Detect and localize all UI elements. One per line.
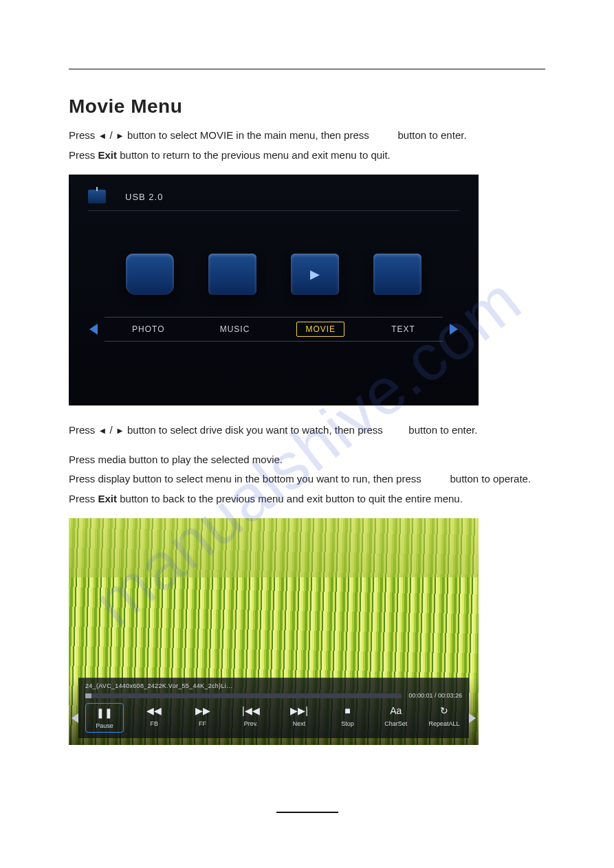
- photo-icon[interactable]: [126, 254, 174, 295]
- screenshot-player: 24_(AVC_1440x608_2422K.Vor_55_44K_2ch)Li…: [69, 518, 479, 745]
- player-charset-button[interactable]: AaCharSet: [378, 703, 414, 727]
- fb-icon: ◀◀: [142, 703, 166, 718]
- player-next-button[interactable]: ▶▶|Next: [281, 703, 317, 727]
- next-label: Next: [293, 720, 306, 727]
- instruction-3: Press media button to play the selected …: [69, 450, 545, 509]
- prev-icon: |◀◀: [239, 703, 263, 718]
- playback-time: 00:00:01 / 00:03:26: [408, 692, 462, 699]
- player-ff-button[interactable]: ▶▶FF: [185, 703, 221, 727]
- player-stop-button[interactable]: ■Stop: [329, 703, 365, 727]
- charset-label: CharSet: [384, 720, 407, 727]
- stop-label: Stop: [341, 720, 354, 727]
- usb-icon: [88, 190, 106, 203]
- category-photo[interactable]: PHOTO: [124, 322, 173, 336]
- player-filename: 24_(AVC_1440x608_2422K.Vor_55_44K_2ch)Li…: [85, 682, 462, 689]
- ff-label: FF: [199, 720, 206, 727]
- charset-icon: Aa: [384, 703, 408, 718]
- movie-icon[interactable]: [291, 254, 339, 295]
- repeatall-icon: ↻: [432, 703, 456, 718]
- left-arrow-glyph: ◄: [98, 131, 107, 141]
- player-osd: 24_(AVC_1440x608_2422K.Vor_55_44K_2ch)Li…: [78, 678, 469, 738]
- player-nav-right[interactable]: [469, 713, 476, 723]
- pause-icon: ❚❚: [93, 705, 116, 720]
- player-pause-button[interactable]: ❚❚Pause: [85, 703, 124, 733]
- source-label: USB 2.0: [125, 192, 163, 202]
- prev-label: Prev.: [244, 720, 258, 727]
- music-icon[interactable]: [208, 254, 256, 295]
- next-icon: ▶▶|: [287, 703, 311, 718]
- menu-right-arrow[interactable]: [450, 324, 458, 335]
- instruction-2: Press ◄ / ► button to select drive disk …: [69, 421, 545, 441]
- right-arrow-glyph: ►: [116, 131, 124, 141]
- screenshot-main-menu: USB 2.0 PHOTO MUSIC MOVIE TEXT: [69, 175, 479, 405]
- player-prev-button[interactable]: |◀◀Prev.: [233, 703, 269, 727]
- category-text[interactable]: TEXT: [383, 322, 424, 336]
- exit-keyword: Exit: [98, 149, 118, 161]
- footer-divider: [276, 812, 338, 813]
- category-music[interactable]: MUSIC: [212, 322, 259, 336]
- text-icon[interactable]: [373, 254, 421, 295]
- player-nav-left[interactable]: [72, 713, 78, 723]
- category-movie[interactable]: MOVIE: [296, 322, 344, 337]
- progress-bar[interactable]: [85, 693, 402, 698]
- menu-left-arrow[interactable]: [89, 324, 98, 335]
- instruction-1: Press ◄ / ► button to select MOVIE in th…: [69, 126, 545, 165]
- repeatall-label: RepeatALL: [428, 720, 459, 727]
- ff-icon: ▶▶: [191, 703, 215, 718]
- top-divider: [69, 69, 545, 69]
- page-title: Movie Menu: [69, 96, 545, 118]
- pause-label: Pause: [96, 722, 113, 729]
- fb-label: FB: [151, 720, 159, 727]
- category-labels: PHOTO MUSIC MOVIE TEXT: [105, 317, 443, 342]
- player-fb-button[interactable]: ◀◀FB: [136, 703, 172, 727]
- player-repeatall-button[interactable]: ↻RepeatALL: [426, 703, 462, 727]
- stop-icon: ■: [336, 703, 359, 718]
